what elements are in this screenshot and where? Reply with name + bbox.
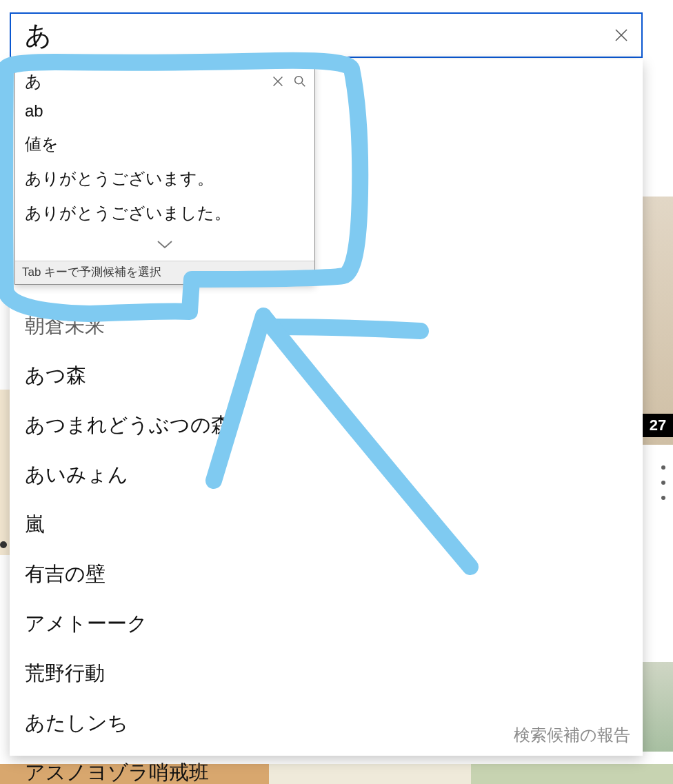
search-icon[interactable]: [292, 74, 308, 89]
ime-candidate[interactable]: ありがとうございます。: [15, 161, 314, 196]
background-thumbnail: [639, 662, 673, 752]
close-icon[interactable]: [270, 74, 285, 89]
report-suggestions-link[interactable]: 検索候補の報告: [514, 724, 630, 746]
more-menu-icon[interactable]: [655, 465, 672, 500]
background-thumbnail: [639, 197, 673, 445]
background-dot: [0, 541, 7, 548]
ime-candidate[interactable]: 値を: [15, 127, 314, 161]
clear-input-icon[interactable]: [611, 25, 632, 46]
ime-candidate[interactable]: ありがとうございました。: [15, 196, 314, 230]
search-input[interactable]: [23, 20, 611, 51]
search-box[interactable]: [10, 12, 643, 58]
suggestion-item[interactable]: あつ森: [10, 351, 643, 401]
ime-candidate-window: あ ab値をありがとうございます。ありがとうございました。 Tab キーで予測候…: [14, 64, 315, 285]
suggestion-item[interactable]: 朝倉未来: [10, 301, 643, 351]
duration-badge: 27: [643, 414, 673, 437]
suggestion-item[interactable]: アスノヨゾラ哨戒班: [10, 748, 643, 784]
suggestion-item[interactable]: 有吉の壁: [10, 550, 643, 599]
suggestion-item[interactable]: あいみょん: [10, 450, 643, 500]
ime-candidate[interactable]: ab: [15, 95, 314, 127]
svg-point-4: [295, 77, 303, 84]
ime-input-display: あ: [25, 70, 270, 92]
ime-footer-hint: Tab キーで予測候補を選択: [15, 261, 314, 284]
suggestion-item[interactable]: アメトーーク: [10, 599, 643, 649]
suggestion-item[interactable]: 荒野行動: [10, 649, 643, 698]
svg-line-5: [302, 83, 305, 87]
suggestion-item[interactable]: あつまれどうぶつの森: [10, 401, 643, 450]
ime-header-row: あ: [15, 65, 314, 95]
suggestion-item[interactable]: 嵐: [10, 500, 643, 550]
chevron-down-icon[interactable]: [15, 230, 314, 261]
